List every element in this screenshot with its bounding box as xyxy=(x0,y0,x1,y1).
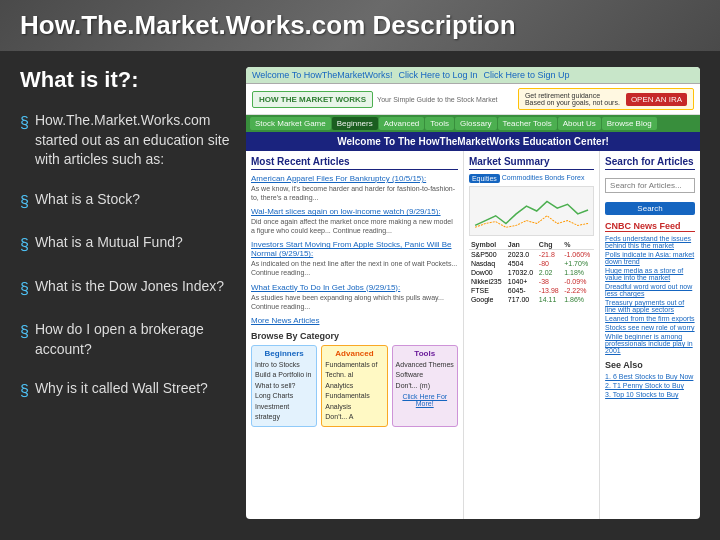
left-panel: What is it?: § How.The.Market.Works.com … xyxy=(20,67,230,519)
bullet-item-2: § What is a Stock? xyxy=(20,190,230,213)
articles-section: Most Recent Articles American Apparel Fi… xyxy=(246,151,464,519)
topbar-link-3[interactable]: Click Here to Sign Up xyxy=(484,70,570,80)
cnbc-item-2[interactable]: Polls indicate in Asia: market down tren… xyxy=(605,251,695,265)
cnbc-item-6[interactable]: Leaned from the firm exports xyxy=(605,315,695,322)
browse-item[interactable]: Advanced Themes xyxy=(396,360,454,371)
browse-item[interactable]: Fundamentals Analysis xyxy=(325,391,383,412)
bullet-item-5: § How do I open a brokerage account? xyxy=(20,320,230,359)
header-title: How.The.Market.Works.com Description xyxy=(20,10,516,41)
nav-about-us[interactable]: About Us xyxy=(558,117,601,130)
article-snippet-2: Did once again affect the market once mo… xyxy=(251,217,458,235)
bullet-text-5: How do I open a brokerage account? xyxy=(35,320,230,359)
nav-bar: Stock Market Game Beginners Advanced Too… xyxy=(246,115,700,132)
browse-item[interactable]: Build a Portfolio in xyxy=(255,370,313,381)
what-is-it-title: What is it?: xyxy=(20,67,230,93)
tab-commodities[interactable]: Commodities xyxy=(502,174,543,183)
pct-google: 1.86% xyxy=(562,295,594,304)
bullet-text-6: Why is it called Wall Street? xyxy=(35,379,208,399)
bullet-icon-1: § xyxy=(20,112,29,134)
change-dow: 2.02 xyxy=(537,268,562,277)
retirement-ad: Get retirement guidanceBased on your goa… xyxy=(518,88,694,110)
tab-forex[interactable]: Forex xyxy=(567,174,585,183)
cnbc-item-3[interactable]: Huge media as a store of value into the … xyxy=(605,267,695,281)
browse-item[interactable]: Software xyxy=(396,370,454,381)
cnbc-feed-title: CNBC News Feed xyxy=(605,221,695,232)
cnbc-item-5[interactable]: Treasury payments out of line with apple… xyxy=(605,299,695,313)
article-snippet-4: As studies have been expanding along whi… xyxy=(251,293,458,311)
search-section-title: Search for Articles xyxy=(605,156,695,170)
article-link-4[interactable]: What Exactly To Do In Get Jobs (9/29/15)… xyxy=(251,283,458,292)
change-sp500: -21.8 xyxy=(537,250,562,260)
market-tabs: Equities Commodities Bonds Forex xyxy=(469,174,594,183)
col-value: Jan xyxy=(506,240,537,250)
value-nikkei: 1040+ xyxy=(506,277,537,286)
col-change: Chg xyxy=(537,240,562,250)
browse-card-label-advanced: Advanced xyxy=(325,349,383,358)
browse-item[interactable]: What to sell? xyxy=(255,381,313,392)
change-nikkei: -38 xyxy=(537,277,562,286)
market-row-nasdaq: Nasdaq 4504 -80 +1.70% xyxy=(469,259,594,268)
slide-container: How.The.Market.Works.com Description Wha… xyxy=(0,0,720,540)
symbol-dow: Dow00 xyxy=(469,268,506,277)
topbar-link-2[interactable]: Click Here to Log In xyxy=(399,70,478,80)
see-also-title: See Also xyxy=(605,360,695,370)
search-button[interactable]: Search xyxy=(605,202,695,215)
tab-bonds[interactable]: Bonds xyxy=(545,174,565,183)
search-section: Search for Articles Search CNBC News Fee… xyxy=(600,151,700,519)
bullet-icon-3: § xyxy=(20,234,29,256)
cnbc-item-8[interactable]: While beginner is among professionals in… xyxy=(605,333,695,354)
article-link-3[interactable]: Investors Start Moving From Apple Stocks… xyxy=(251,240,458,258)
bullet-item-4: § What is the Dow Jones Index? xyxy=(20,277,230,300)
nav-advanced[interactable]: Advanced xyxy=(379,117,425,130)
browse-card-beginners: Beginners Intro to Stocks Build a Portfo… xyxy=(251,345,317,427)
value-google: 717.00 xyxy=(506,295,537,304)
browse-section-title: Browse By Category xyxy=(251,331,458,341)
nav-tools[interactable]: Tools xyxy=(425,117,454,130)
browse-item[interactable]: Investment strategy xyxy=(255,402,313,423)
nav-teacher-tools[interactable]: Teacher Tools xyxy=(498,117,557,130)
retirement-ad-text: Get retirement guidanceBased on your goa… xyxy=(525,92,620,106)
browse-item[interactable]: Fundamentals of Techn. al xyxy=(325,360,383,381)
nav-browse-blog[interactable]: Browse Blog xyxy=(602,117,657,130)
pct-sp500: -1.060% xyxy=(562,250,594,260)
click-for-more[interactable]: Click Here For More! xyxy=(396,393,454,407)
see-also-item-3[interactable]: 3. Top 10 Stocks to Buy xyxy=(605,391,695,398)
open-ira-button[interactable]: OPEN AN IRA xyxy=(626,93,687,106)
market-row-sp500: S&P500 2023.0 -21.8 -1.060% xyxy=(469,250,594,260)
browse-item[interactable]: Long Charts xyxy=(255,391,313,402)
browse-section: Browse By Category Beginners Intro to St… xyxy=(251,331,458,427)
search-input[interactable] xyxy=(605,178,695,193)
browse-item[interactable]: Don't... A xyxy=(325,412,383,423)
market-row-nikkei: Nikkei235 1040+ -38 -0.09% xyxy=(469,277,594,286)
article-link-1[interactable]: American Apparel Files For Bankruptcy (1… xyxy=(251,174,458,183)
bullet-item-3: § What is a Mutual Fund? xyxy=(20,233,230,256)
browse-item[interactable]: Analytics xyxy=(325,381,383,392)
browse-item[interactable]: Intro to Stocks xyxy=(255,360,313,371)
browse-item[interactable]: Don't... (m) xyxy=(396,381,454,392)
bullet-text-4: What is the Dow Jones Index? xyxy=(35,277,224,297)
more-articles-link[interactable]: More News Articles xyxy=(251,316,458,325)
market-row-google: Google 717.00 14.11 1.86% xyxy=(469,295,594,304)
symbol-nikkei: Nikkei235 xyxy=(469,277,506,286)
cnbc-item-4[interactable]: Dreadful word word out now less charges xyxy=(605,283,695,297)
nav-glossary[interactable]: Glossary xyxy=(455,117,497,130)
see-also-item-1[interactable]: 1. 6 Best Stocks to Buy Now xyxy=(605,373,695,380)
article-link-2[interactable]: Wal-Mart slices again on low-income watc… xyxy=(251,207,458,216)
browse-items: Beginners Intro to Stocks Build a Portfo… xyxy=(251,345,458,427)
browse-card-items-beginners: Intro to Stocks Build a Portfolio in Wha… xyxy=(255,360,313,423)
symbol-ftse: FTSE xyxy=(469,286,506,295)
bullet-icon-5: § xyxy=(20,321,29,343)
nav-stock-market-game[interactable]: Stock Market Game xyxy=(250,117,331,130)
pct-nikkei: -0.09% xyxy=(562,277,594,286)
website-logo: HOW THE MARKET WORKS xyxy=(252,91,373,108)
tab-equities[interactable]: Equities xyxy=(469,174,500,183)
cnbc-item-1[interactable]: Feds understand the issues behind this t… xyxy=(605,235,695,249)
bullet-item-1: § How.The.Market.Works.com started out a… xyxy=(20,111,230,170)
cnbc-item-7[interactable]: Stocks see new role of worry xyxy=(605,324,695,331)
bullet-text-1: How.The.Market.Works.com started out as … xyxy=(35,111,230,170)
header-bar: How.The.Market.Works.com Description xyxy=(0,0,720,51)
topbar-link-1[interactable]: Welcome To HowTheMarketWorks! xyxy=(252,70,393,80)
nav-beginners[interactable]: Beginners xyxy=(332,117,378,130)
see-also-item-2[interactable]: 2. T1 Penny Stock to Buy xyxy=(605,382,695,389)
col-symbol: Symbol xyxy=(469,240,506,250)
